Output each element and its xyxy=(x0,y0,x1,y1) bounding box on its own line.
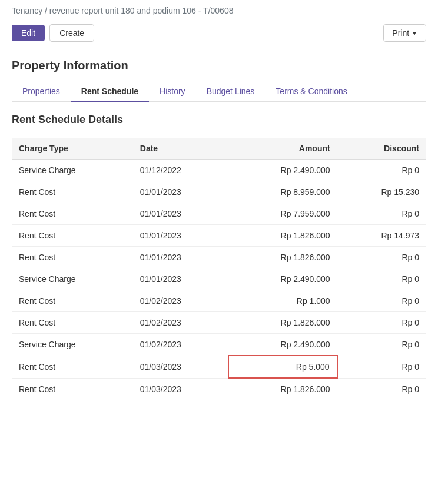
cell-amount: Rp 7.959.000 xyxy=(228,203,337,225)
action-bar: Edit Create Print ▼ xyxy=(0,19,438,47)
cell-date: 01/12/2022 xyxy=(133,160,228,181)
table-row: Rent Cost01/03/2023Rp 1.826.000Rp 0 xyxy=(12,378,426,400)
cell-date: 01/03/2023 xyxy=(133,378,228,400)
cell-discount: Rp 0 xyxy=(337,160,426,181)
cell-date: 01/03/2023 xyxy=(133,356,228,378)
table-row: Rent Cost01/03/2023Rp 5.000Rp 0 xyxy=(12,356,426,378)
rent-schedule-subtitle: Rent Schedule Details xyxy=(12,114,426,126)
cell-amount: Rp 5.000 xyxy=(228,356,337,378)
cell-discount: Rp 0 xyxy=(337,247,426,268)
table-row: Rent Cost01/01/2023Rp 1.826.000Rp 14.973 xyxy=(12,225,426,247)
cell-amount: Rp 1.826.000 xyxy=(228,378,337,400)
table-row: Rent Cost01/02/2023Rp 1.000Rp 0 xyxy=(12,290,426,312)
cell-amount: Rp 8.959.000 xyxy=(228,181,337,203)
section-title: Property Information xyxy=(12,59,426,72)
cell-date: 01/02/2023 xyxy=(133,312,228,334)
cell-amount: Rp 2.490.000 xyxy=(228,334,337,356)
table-row: Service Charge01/02/2023Rp 2.490.000Rp 0 xyxy=(12,334,426,356)
cell-charge-type: Rent Cost xyxy=(12,225,133,247)
cell-amount: Rp 2.490.000 xyxy=(228,160,337,181)
cell-charge-type: Rent Cost xyxy=(12,378,133,400)
col-discount: Discount xyxy=(337,138,426,160)
col-amount: Amount xyxy=(228,138,337,160)
table-row: Rent Cost01/01/2023Rp 7.959.000Rp 0 xyxy=(12,203,426,225)
cell-amount: Rp 1.826.000 xyxy=(228,312,337,334)
cell-date: 01/01/2023 xyxy=(133,225,228,247)
cell-date: 01/01/2023 xyxy=(133,247,228,268)
cell-charge-type: Rent Cost xyxy=(12,203,133,225)
cell-date: 01/01/2023 xyxy=(133,203,228,225)
table-row: Service Charge01/12/2022Rp 2.490.000Rp 0 xyxy=(12,160,426,181)
cell-discount: Rp 0 xyxy=(337,290,426,312)
cell-charge-type: Rent Cost xyxy=(12,356,133,378)
table-row: Service Charge01/01/2023Rp 2.490.000Rp 0 xyxy=(12,268,426,290)
print-label: Print xyxy=(392,28,409,38)
cell-amount: Rp 1.000 xyxy=(228,290,337,312)
create-button[interactable]: Create xyxy=(49,24,94,42)
table-row: Rent Cost01/01/2023Rp 8.959.000Rp 15.230 xyxy=(12,181,426,203)
tab-rent-schedule[interactable]: Rent Schedule xyxy=(71,82,149,102)
cell-charge-type: Rent Cost xyxy=(12,181,133,203)
cell-date: 01/01/2023 xyxy=(133,268,228,290)
cell-charge-type: Service Charge xyxy=(12,160,133,181)
col-date: Date xyxy=(133,138,228,160)
breadcrumb-separator: / xyxy=(45,6,47,15)
cell-discount: Rp 15.230 xyxy=(337,181,426,203)
cell-discount: Rp 0 xyxy=(337,378,426,400)
table-row: Rent Cost01/02/2023Rp 1.826.000Rp 0 xyxy=(12,312,426,334)
breadcrumb-current: revenue report unit 180 and podium 106 -… xyxy=(49,6,234,15)
cell-charge-type: Service Charge xyxy=(12,268,133,290)
breadcrumb-parent[interactable]: Tenancy xyxy=(12,6,42,15)
cell-date: 01/02/2023 xyxy=(133,334,228,356)
breadcrumb: Tenancy / revenue report unit 180 and po… xyxy=(0,0,438,19)
cell-charge-type: Rent Cost xyxy=(12,290,133,312)
cell-charge-type: Rent Cost xyxy=(12,312,133,334)
cell-discount: Rp 14.973 xyxy=(337,225,426,247)
tab-budget-lines[interactable]: Budget Lines xyxy=(196,82,266,102)
edit-button[interactable]: Edit xyxy=(12,25,45,41)
cell-amount: Rp 1.826.000 xyxy=(228,225,337,247)
tab-properties[interactable]: Properties xyxy=(12,82,71,102)
cell-discount: Rp 0 xyxy=(337,268,426,290)
cell-amount: Rp 1.826.000 xyxy=(228,247,337,268)
cell-date: 01/01/2023 xyxy=(133,181,228,203)
tab-terms-conditions[interactable]: Terms & Conditions xyxy=(265,82,357,102)
cell-discount: Rp 0 xyxy=(337,356,426,378)
cell-discount: Rp 0 xyxy=(337,312,426,334)
cell-amount: Rp 2.490.000 xyxy=(228,268,337,290)
cell-discount: Rp 0 xyxy=(337,334,426,356)
chevron-down-icon: ▼ xyxy=(412,30,417,37)
table-row: Rent Cost01/01/2023Rp 1.826.000Rp 0 xyxy=(12,247,426,268)
rent-schedule-table: Charge Type Date Amount Discount Service… xyxy=(12,138,426,400)
cell-discount: Rp 0 xyxy=(337,203,426,225)
cell-charge-type: Rent Cost xyxy=(12,247,133,268)
col-charge-type: Charge Type xyxy=(12,138,133,160)
tabs-container: Properties Rent Schedule History Budget … xyxy=(12,82,426,102)
print-button[interactable]: Print ▼ xyxy=(383,24,426,42)
cell-charge-type: Service Charge xyxy=(12,334,133,356)
cell-date: 01/02/2023 xyxy=(133,290,228,312)
tab-history[interactable]: History xyxy=(149,82,196,102)
